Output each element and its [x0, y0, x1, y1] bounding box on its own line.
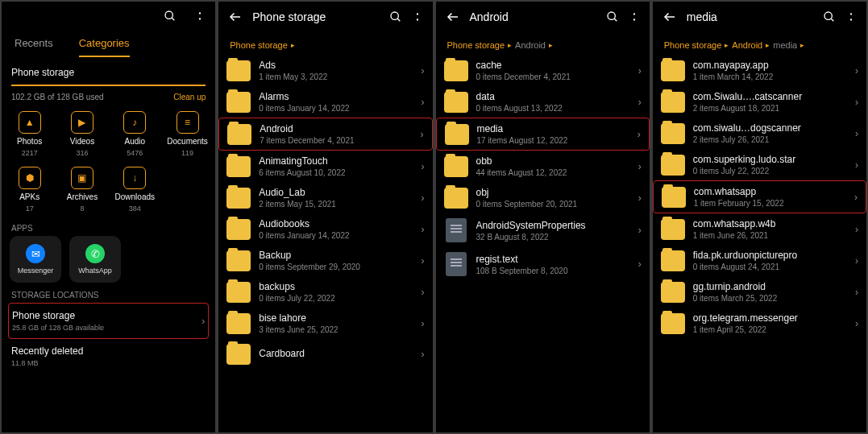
- storage-locations-label: STORAGE LOCATIONS: [2, 283, 215, 303]
- category-videos[interactable]: ▶ Videos 316: [56, 111, 108, 157]
- category-name: Archives: [67, 192, 98, 201]
- messenger-icon: ✉: [26, 244, 45, 263]
- folder-icon: [444, 188, 468, 209]
- crumb[interactable]: Phone storage: [664, 40, 722, 50]
- file-row[interactable]: Alarms 0 items January 14, 2022 ›: [218, 86, 432, 118]
- tab-recents[interactable]: Recents: [15, 37, 53, 57]
- file-row[interactable]: AnimatingTouch 6 items August 10, 2022 ›: [218, 151, 432, 182]
- more-icon[interactable]: [194, 10, 206, 22]
- chevron-right-icon: ›: [638, 65, 642, 76]
- category-archives[interactable]: ▣ Archives 8: [56, 167, 108, 213]
- file-row[interactable]: Backup 0 items September 29, 2020 ›: [218, 245, 432, 276]
- file-name: Alarms: [259, 91, 413, 102]
- downloads-icon: ↓: [123, 167, 146, 189]
- file-row[interactable]: com.Siwalu….catscanner 2 items August 18…: [653, 86, 866, 118]
- file-row[interactable]: Audiobooks 0 items January 14, 2022 ›: [218, 213, 432, 245]
- crumb[interactable]: Phone storage: [230, 40, 288, 50]
- crumb[interactable]: media: [773, 40, 797, 50]
- file-row[interactable]: data 0 items August 13, 2022 ›: [436, 86, 650, 118]
- more-icon[interactable]: [845, 11, 857, 23]
- file-row[interactable]: media 17 items August 12, 2022 ›: [436, 118, 650, 151]
- file-row[interactable]: Audio_Lab 2 items May 15, 2021 ›: [218, 182, 432, 213]
- chevron-right-icon: ▸: [725, 41, 729, 49]
- crumb[interactable]: Android: [515, 40, 546, 50]
- file-row[interactable]: com.nayapay.app 1 item March 14, 2022 ›: [653, 55, 866, 86]
- chevron-right-icon: ▸: [766, 41, 770, 49]
- category-documents[interactable]: ≡ Documents 119: [161, 111, 214, 157]
- file-name: Audiobooks: [259, 218, 413, 229]
- file-row[interactable]: fida.pk.urduonpicturepro 0 items August …: [653, 245, 866, 276]
- screen-android: Android Phone storage▸Android▸ cache 0 i…: [436, 2, 650, 432]
- back-icon[interactable]: [662, 10, 677, 24]
- file-name: com.superking.ludo.star: [693, 154, 847, 165]
- file-row[interactable]: com.superking.ludo.star 0 items July 22,…: [653, 149, 866, 180]
- category-name: Audio: [124, 137, 145, 146]
- breadcrumb[interactable]: Phone storage▸: [218, 32, 432, 55]
- folder-icon: [662, 187, 686, 208]
- screen-media: media Phone storage▸Android▸media▸ com.n…: [653, 2, 866, 432]
- file-row[interactable]: gg.turnip.android 0 items March 25, 2022…: [653, 276, 866, 308]
- file-row[interactable]: com.siwalu…dogscanner 2 items July 26, 2…: [653, 118, 866, 149]
- crumb[interactable]: Android: [732, 40, 762, 50]
- chevron-right-icon: ›: [422, 224, 425, 235]
- file-row[interactable]: cache 0 items December 4, 2021 ›: [436, 55, 650, 86]
- file-row[interactable]: org.telegram.messenger 1 item April 25, …: [653, 308, 866, 339]
- more-icon[interactable]: [629, 11, 640, 23]
- file-row[interactable]: bise lahore 3 items June 25, 2022 ›: [218, 308, 432, 339]
- category-audio[interactable]: ♪ Audio 5476: [109, 111, 161, 157]
- file-row[interactable]: regist.text 108 B September 8, 2020 ›: [436, 247, 650, 281]
- file-row[interactable]: backups 0 items July 22, 2022 ›: [218, 276, 432, 308]
- file-row[interactable]: obj 0 items September 20, 2021 ›: [436, 182, 650, 213]
- folder-icon: [661, 250, 685, 271]
- file-meta: 0 items August 24, 2021: [693, 262, 847, 271]
- category-name: APKs: [19, 192, 39, 201]
- file-name: org.telegram.messenger: [693, 312, 847, 324]
- folder-icon: [444, 156, 468, 177]
- search-icon[interactable]: [606, 10, 619, 23]
- folder-icon: [661, 123, 685, 144]
- category-downloads[interactable]: ↓ Downloads 384: [109, 167, 161, 213]
- tabs: Recents Categories: [2, 31, 215, 57]
- apps-row: ✉ Messenger✆ WhatsApp: [2, 236, 215, 283]
- cleanup-button[interactable]: Clean up: [173, 93, 206, 101]
- categories-grid: ▲ Photos 2217▶ Videos 316♪ Audio 5476≡ D…: [2, 108, 215, 216]
- folder-icon: [226, 60, 251, 81]
- search-icon[interactable]: [164, 10, 177, 23]
- file-list: cache 0 items December 4, 2021 › data 0 …: [436, 55, 650, 432]
- search-icon[interactable]: [823, 10, 836, 23]
- category-name: Photos: [17, 137, 42, 146]
- category-apks[interactable]: ⬢ APKs 17: [3, 167, 56, 213]
- file-row[interactable]: Ads 1 item May 3, 2022 ›: [218, 55, 432, 86]
- search-icon[interactable]: [389, 10, 402, 23]
- app-whatsapp[interactable]: ✆ WhatsApp: [69, 236, 121, 283]
- folder-icon: [661, 282, 685, 303]
- tab-categories[interactable]: Categories: [79, 37, 130, 57]
- phone-storage-item[interactable]: Phone storage 25.8 GB of 128 GB availabl…: [8, 303, 209, 339]
- app-messenger[interactable]: ✉ Messenger: [10, 236, 61, 283]
- file-row[interactable]: AndroidSystemProperties 32 B August 8, 2…: [436, 213, 650, 247]
- chevron-right-icon: ›: [422, 318, 425, 329]
- file-meta: 0 items January 14, 2022: [259, 231, 413, 240]
- back-icon[interactable]: [228, 10, 243, 24]
- file-name: com.siwalu…dogscanner: [693, 122, 847, 134]
- phone-storage-sub: 25.8 GB of 128 GB available: [12, 324, 201, 332]
- folder-icon: [226, 313, 251, 334]
- file-name: com.whatsapp: [694, 186, 846, 197]
- back-icon[interactable]: [446, 10, 460, 24]
- recently-deleted-item[interactable]: Recently deleted 11.8 MB: [8, 339, 209, 374]
- crumb[interactable]: Phone storage: [447, 40, 505, 50]
- file-row[interactable]: com.whatsapp 1 item February 15, 2022 ›: [653, 180, 866, 213]
- breadcrumb[interactable]: Phone storage▸Android▸media▸: [653, 32, 866, 55]
- chevron-right-icon: ›: [422, 349, 425, 360]
- file-row[interactable]: Android 7 items December 4, 2021 ›: [218, 118, 432, 151]
- file-row[interactable]: obb 44 items August 12, 2022 ›: [436, 151, 650, 182]
- file-meta: 17 items August 12, 2022: [477, 136, 629, 145]
- category-photos[interactable]: ▲ Photos 2217: [3, 111, 56, 157]
- chevron-right-icon: ›: [855, 159, 858, 171]
- file-row[interactable]: com.whatsapp.w4b 1 item June 26, 2021 ›: [653, 213, 866, 245]
- category-count: 5476: [127, 149, 143, 157]
- file-row[interactable]: Cardboard ›: [218, 339, 432, 370]
- more-icon[interactable]: [412, 11, 423, 23]
- svg-point-3: [199, 18, 201, 19]
- breadcrumb[interactable]: Phone storage▸Android▸: [436, 32, 650, 55]
